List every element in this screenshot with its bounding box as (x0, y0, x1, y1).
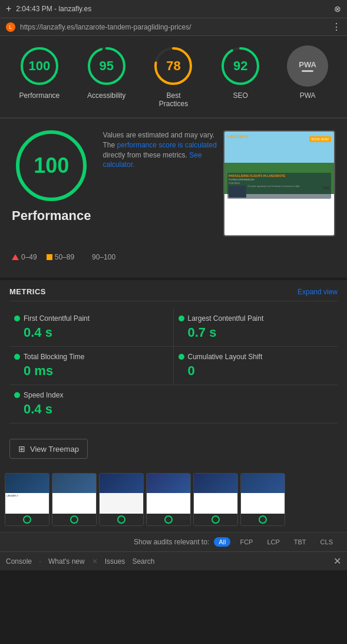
perf-description: Values are estimated and may vary. The p… (103, 130, 219, 170)
metric-lcp-name: Largest Contentful Paint (188, 314, 264, 323)
score-label-seo: SEO (233, 91, 248, 100)
score-pwa[interactable]: PWA PWA (287, 45, 328, 100)
performance-detail-section: 100 Performance Values are estimated and… (0, 119, 347, 278)
thumb-bottom-4 (147, 514, 190, 525)
devtools-close-button[interactable]: ✕ (333, 556, 341, 567)
thumbnail-2[interactable] (52, 473, 97, 526)
big-score-value: 100 (34, 153, 69, 178)
score-value-best-practices: 78 (166, 58, 180, 74)
metric-tbt: Total Blocking Time 0 ms (9, 347, 174, 385)
score-value-seo: 92 (233, 58, 247, 74)
thumbnails-section: LANZAFLY (0, 467, 347, 532)
nav-search[interactable]: Search (132, 557, 154, 566)
score-circle-accessibility: 95 (86, 45, 127, 87)
book-btn-mock: BOOK NOW! (309, 136, 331, 142)
metric-fcp-name: First Contentful Paint (24, 314, 90, 323)
legend-high-label: 90–100 (92, 253, 115, 261)
filter-all[interactable]: All (214, 537, 230, 547)
thumb-circle-2 (70, 515, 78, 524)
filter-fcp[interactable]: FCP (235, 537, 257, 547)
big-score-circle: 100 (16, 130, 87, 201)
thumb-img-2 (52, 474, 96, 514)
score-circle-seo: 92 (220, 45, 261, 87)
metric-cls-value: 0 (179, 363, 333, 379)
legend-triangle-icon (12, 254, 19, 260)
metric-cls-dot (179, 354, 184, 360)
audit-filter: Show audits relevant to: All FCP LCP TBT… (0, 532, 347, 551)
legend-mid: 50–89 (47, 253, 74, 261)
filter-tbt[interactable]: TBT (289, 537, 311, 547)
thumb-bottom-3 (100, 514, 143, 525)
pwa-circle: PWA (287, 45, 328, 87)
new-tab-button[interactable]: + (6, 4, 11, 14)
metric-cls: Cumulative Layout Shift 0 (174, 347, 338, 385)
nav-issues[interactable]: Issues (105, 557, 125, 566)
thumbnail-1[interactable]: LANZAFLY (5, 473, 49, 526)
metric-tbt-name: Total Blocking Time (24, 353, 84, 361)
treemap-button[interactable]: ⊞ View Treemap (9, 439, 88, 459)
metric-si-value: 0.4 s (14, 402, 333, 417)
thumb-bottom-1 (5, 514, 49, 525)
browser-bar: + 2:04:43 PM - lanzafly.es ⊗ (0, 0, 347, 18)
metric-lcp-header: Largest Contentful Paint (179, 314, 333, 323)
browser-time: 2:04:43 PM - lanzafly.es (16, 5, 329, 13)
thumb-bottom-6 (241, 514, 285, 525)
expand-view-button[interactable]: Expand view (298, 288, 338, 296)
metric-lcp-dot (179, 316, 184, 321)
metric-lcp-value: 0.7 s (179, 325, 333, 340)
score-label-best-practices: BestPractices (159, 91, 188, 108)
scores-section: 100 Performance 95 Accessibility (0, 36, 347, 118)
score-circle-performance: 100 (19, 45, 60, 87)
treemap-section: ⊞ View Treemap (0, 431, 347, 467)
score-value-performance: 100 (29, 58, 51, 74)
metric-tbt-dot (14, 354, 20, 360)
metric-tbt-value: 0 ms (14, 363, 168, 379)
metric-cls-name: Cumulative Layout Shift (188, 353, 263, 361)
thumbnail-4[interactable] (146, 473, 191, 526)
score-performance[interactable]: 100 Performance (19, 45, 60, 100)
legend-low-label: 0–49 (21, 253, 37, 261)
nav-whats-new[interactable]: What's new (48, 557, 85, 566)
metric-fcp-dot (14, 316, 20, 321)
score-label-performance: Performance (19, 91, 60, 100)
perf-main: 100 Performance Values are estimated and… (12, 130, 335, 236)
metric-tbt-header: Total Blocking Time (14, 353, 168, 361)
score-seo[interactable]: 92 SEO (220, 45, 261, 100)
metric-si-name: Speed Index (24, 391, 63, 399)
thumb-img-3 (100, 474, 143, 514)
thumb-circle-5 (211, 515, 220, 524)
page-screenshot: BOOK NOW! PARAGLIDING FLIGHTS IN LANZARO… (223, 130, 335, 236)
url-menu-button[interactable]: ⋮ (332, 21, 341, 32)
metrics-title: METRICS (9, 287, 46, 296)
thumb-circle-6 (259, 515, 267, 524)
metric-lcp: Largest Contentful Paint 0.7 s (174, 308, 338, 347)
metrics-grid: First Contentful Paint 0.4 s Largest Con… (9, 308, 338, 385)
pwa-dash (302, 70, 313, 72)
perf-score-link[interactable]: performance score is calculated (117, 141, 217, 149)
score-value-accessibility: 95 (99, 58, 113, 74)
url-text[interactable]: https://lanzafly.es/lanzarote-tandem-par… (20, 23, 327, 31)
thumb-bottom-5 (194, 514, 237, 525)
nav-console[interactable]: Console (6, 557, 32, 566)
thumbnail-5[interactable] (193, 473, 238, 526)
perf-section-title: Performance (12, 208, 91, 224)
screenshot-mock: BOOK NOW! PARAGLIDING FLIGHTS IN LANZARO… (224, 132, 334, 235)
legend-row: 0–49 50–89 90–100 (12, 248, 335, 266)
bottom-nav: Console - What's new ✕ Issues Search ✕ (0, 551, 347, 570)
pwa-label-text: PWA (299, 60, 316, 69)
metric-cls-header: Cumulative Layout Shift (179, 353, 333, 361)
metric-speed-index: Speed Index 0.4 s (9, 385, 338, 423)
thumbnail-6[interactable] (240, 473, 285, 526)
score-best-practices[interactable]: 78 BestPractices (153, 45, 194, 108)
metric-fcp: First Contentful Paint 0.4 s (9, 308, 174, 347)
thumbnail-3[interactable] (99, 473, 144, 526)
audit-filter-label: Show audits relevant to: (134, 538, 209, 546)
filter-lcp[interactable]: LCP (262, 537, 284, 547)
thumb-circle-3 (117, 515, 125, 524)
stop-button[interactable]: ⊗ (334, 4, 341, 14)
favicon: L (6, 22, 15, 32)
score-accessibility[interactable]: 95 Accessibility (86, 45, 127, 100)
metrics-header: METRICS Expand view (9, 287, 338, 301)
filter-cls[interactable]: CLS (316, 537, 338, 547)
metrics-section: METRICS Expand view First Contentful Pai… (0, 280, 347, 431)
